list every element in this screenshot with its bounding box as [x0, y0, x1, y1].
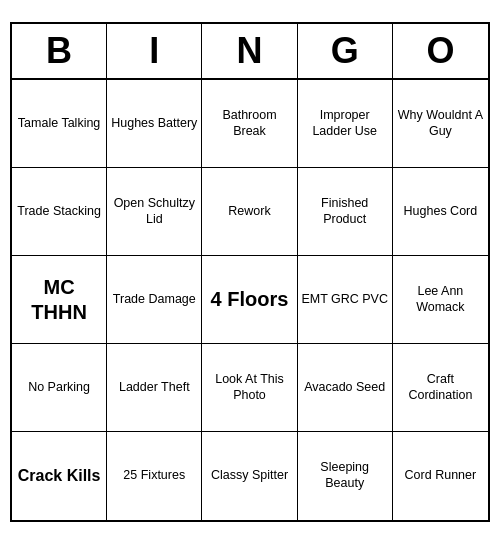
- bingo-cell: EMT GRC PVC: [298, 256, 393, 344]
- header-letter: I: [107, 24, 202, 78]
- bingo-cell: MC THHN: [12, 256, 107, 344]
- bingo-cell: Ladder Theft: [107, 344, 202, 432]
- bingo-cell: Hughes Cord: [393, 168, 488, 256]
- bingo-cell: Improper Ladder Use: [298, 80, 393, 168]
- bingo-cell: 25 Fixtures: [107, 432, 202, 520]
- bingo-cell: Hughes Battery: [107, 80, 202, 168]
- bingo-cell: Open Schultzy Lid: [107, 168, 202, 256]
- header-letter: N: [202, 24, 297, 78]
- bingo-cell: Tamale Talking: [12, 80, 107, 168]
- bingo-cell: Bathroom Break: [202, 80, 297, 168]
- bingo-cell: Avacado Seed: [298, 344, 393, 432]
- bingo-cell: Look At This Photo: [202, 344, 297, 432]
- bingo-cell: Lee Ann Womack: [393, 256, 488, 344]
- bingo-cell: Cord Runner: [393, 432, 488, 520]
- bingo-cell: Trade Stacking: [12, 168, 107, 256]
- bingo-cell: Craft Cordination: [393, 344, 488, 432]
- bingo-cell: Crack Kills: [12, 432, 107, 520]
- bingo-header: BINGO: [12, 24, 488, 80]
- bingo-grid: Tamale TalkingHughes BatteryBathroom Bre…: [12, 80, 488, 520]
- bingo-cell: Rework: [202, 168, 297, 256]
- header-letter: O: [393, 24, 488, 78]
- bingo-cell: Trade Damage: [107, 256, 202, 344]
- bingo-cell: Why Wouldnt A Guy: [393, 80, 488, 168]
- header-letter: G: [298, 24, 393, 78]
- bingo-cell: Classy Spitter: [202, 432, 297, 520]
- header-letter: B: [12, 24, 107, 78]
- bingo-card: BINGO Tamale TalkingHughes BatteryBathro…: [10, 22, 490, 522]
- bingo-cell: 4 Floors: [202, 256, 297, 344]
- bingo-cell: Finished Product: [298, 168, 393, 256]
- bingo-cell: No Parking: [12, 344, 107, 432]
- bingo-cell: Sleeping Beauty: [298, 432, 393, 520]
